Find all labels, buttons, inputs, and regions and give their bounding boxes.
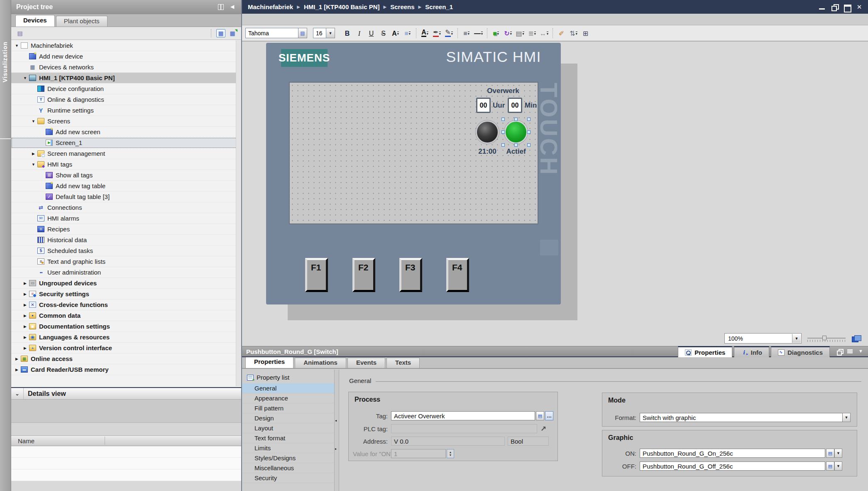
properties-tab-texts[interactable]: Texts [386, 358, 420, 368]
expand-right-icon[interactable]: ▶ [30, 152, 37, 156]
breadcrumb-item-hmi-1-ktp400-basic-pn[interactable]: HMI_1 [KTP400 Basic PN] [304, 3, 380, 10]
list-view-toggle-button[interactable]: ▦ [216, 29, 225, 37]
visualization-tab[interactable]: Visualization [2, 42, 8, 82]
line-style-button[interactable]: ≡▾ [461, 27, 472, 39]
hours-label[interactable]: Uur [493, 101, 505, 110]
background-fill-color-button[interactable]: ✒▾ [431, 27, 443, 39]
pushbutton-round-green-selected[interactable] [504, 120, 528, 144]
italic-button[interactable]: I [354, 27, 365, 39]
details-row[interactable] [11, 446, 241, 458]
inspector-tab-info[interactable]: Info [734, 346, 769, 357]
tree-item-hmi-tags[interactable]: ▼HMI tags [11, 159, 241, 170]
tag-table-icon[interactable]: ▤ [15, 29, 24, 37]
tree-item-cross-device-functions[interactable]: ▶Cross-device functions [11, 300, 241, 310]
expand-down-icon[interactable]: ▼ [14, 44, 20, 48]
font-size-step-button[interactable]: A▾ [390, 27, 401, 39]
selection-handle[interactable] [527, 143, 531, 147]
hours-io-field[interactable]: 00 [476, 98, 491, 113]
fit-to-window-icon[interactable] [851, 334, 862, 343]
object-order-button[interactable]: ⇅▾ [568, 27, 579, 39]
property-list-item-fill-pattern[interactable]: Fill pattern [242, 403, 334, 413]
details-row[interactable] [11, 458, 241, 469]
format-dropdown-value[interactable]: Switch with graphic [640, 413, 843, 422]
expand-right-icon[interactable]: ▶ [22, 314, 28, 318]
tree-item-historical-data[interactable]: Historical data [11, 235, 241, 246]
property-list-item-general[interactable]: General [242, 383, 334, 393]
expand-right-icon[interactable]: ▶ [14, 368, 20, 372]
property-list-item-design[interactable]: Design [242, 413, 334, 423]
panel-menu-icon[interactable] [846, 348, 854, 355]
selection-handle[interactable] [501, 143, 505, 147]
format-dropdown-button[interactable]: ▼ [843, 413, 851, 422]
state-label[interactable]: Actief [504, 147, 528, 156]
properties-tab-events[interactable]: Events [347, 358, 385, 368]
plc-tag-input[interactable] [391, 424, 537, 433]
object-fill-button[interactable]: ■▾ [490, 27, 501, 39]
inspector-tab-properties[interactable]: Properties [678, 346, 732, 357]
tree-item-connections[interactable]: Connections [11, 202, 241, 213]
properties-tab-properties[interactable]: Properties [245, 357, 293, 368]
tree-item-add-new-tag-table[interactable]: Add new tag table [11, 181, 241, 191]
collapse-panel-icon[interactable] [229, 4, 238, 10]
function-key-f2[interactable]: F2 [352, 258, 375, 292]
function-key-f3[interactable]: F3 [399, 258, 422, 292]
tree-item-scheduled-tasks[interactable]: Scheduled tasks [11, 246, 241, 256]
details-view-column-header[interactable]: Name [11, 435, 241, 446]
breadcrumb-item-machinefabriek[interactable]: Machinefabriek [248, 3, 293, 10]
tree-item-screen-management[interactable]: ▶Screen management [11, 148, 241, 159]
tree-item-hmi-alarms[interactable]: HMI alarms [11, 213, 241, 224]
graphic-off-input[interactable]: Pushbutton_Round_G_Off_256c [640, 462, 825, 471]
screen-editor-canvas[interactable]: SIEMENS SIMATIC HMI Overwerk 00 Uur 00 M… [242, 42, 868, 346]
rotate-object-button[interactable]: ↻▾ [502, 27, 513, 39]
tree-item-card-reader-usb-memory[interactable]: ▶Card Reader/USB memory [11, 364, 241, 375]
expand-down-icon[interactable]: ▼ [22, 76, 28, 80]
tree-item-common-data[interactable]: ▶Common data [11, 310, 241, 321]
tab-plant-objects[interactable]: Plant objects [56, 16, 108, 27]
goto-plc-tag-icon[interactable]: ↗ [540, 425, 546, 433]
minutes-io-field[interactable]: 00 [508, 98, 522, 113]
expand-right-icon[interactable]: ▶ [22, 281, 28, 285]
graphic-on-input[interactable]: Pushbutton_Round_G_On_256c [640, 449, 825, 458]
expand-right-icon[interactable]: ▶ [22, 346, 28, 350]
tree-item-ungrouped-devices[interactable]: ▶Ungrouped devices [11, 278, 241, 289]
tree-item-device-configuration[interactable]: Device configuration [11, 83, 241, 94]
property-list-item-text-format[interactable]: Text format [242, 433, 334, 443]
breadcrumb-item-screens[interactable]: Screens [390, 3, 414, 10]
font-color-button[interactable]: A▾ [419, 27, 430, 39]
property-list-item-miscellaneous[interactable]: Miscellaneous [242, 463, 334, 473]
expand-right-icon[interactable]: ▶ [22, 324, 28, 329]
font-size-dropdown-button[interactable]: ▼ [326, 28, 335, 38]
bold-button[interactable]: B [342, 27, 353, 39]
chevron-down-icon[interactable]: ⌄ [11, 388, 24, 399]
hmi-screen[interactable]: Overwerk 00 Uur 00 Min 21:00 Actief [289, 82, 538, 224]
property-list-item-limits[interactable]: Limits [242, 443, 334, 453]
tree-item-add-new-device[interactable]: Add new device [11, 51, 241, 62]
zoom-slider-thumb[interactable] [822, 336, 826, 340]
minimize-button[interactable] [817, 3, 827, 11]
tree-item-user-administration[interactable]: User administration [11, 267, 241, 278]
breadcrumb-item-screen-1[interactable]: Screen_1 [425, 3, 453, 10]
split-view-icon[interactable] [216, 4, 225, 10]
selection-handle[interactable] [527, 130, 531, 134]
property-list-item-layout[interactable]: Layout [242, 423, 334, 433]
underline-button[interactable]: U [366, 27, 377, 39]
tree-item-online-diagnostics[interactable]: Online & diagnostics [11, 94, 241, 105]
details-row[interactable] [11, 469, 241, 481]
inspector-tab-diagnostics[interactable]: Diagnostics [771, 346, 830, 357]
tree-item-text-and-graphic-lists[interactable]: Text and graphic lists [11, 256, 241, 267]
tree-item-runtime-settings[interactable]: Runtime settings [11, 105, 241, 116]
property-nav-scrollbar[interactable]: ◂ ▸ [334, 370, 339, 491]
tree-item-hmi-1-ktp400-basic-pn[interactable]: ▼HMI_1 [KTP400 Basic PN] [11, 73, 241, 83]
graphic-on-list-button[interactable]: ▤ [826, 449, 834, 458]
value-on-spinner[interactable]: ▲▼ [447, 449, 454, 458]
graphic-off-list-button[interactable]: ▤ [826, 462, 834, 471]
address-input[interactable]: V 0.0 [391, 437, 505, 446]
time-label[interactable]: 21:00 [476, 147, 499, 156]
font-name-input[interactable] [245, 28, 298, 38]
zoom-area-button[interactable]: ⊞ [580, 27, 591, 39]
maximize-button[interactable] [841, 3, 852, 11]
expand-down-icon[interactable]: ▼ [30, 162, 37, 167]
strikethrough-button[interactable]: S [378, 27, 389, 39]
align-objects-button[interactable]: ▤▾ [514, 27, 526, 39]
tree-item-version-control-interface[interactable]: ▶Version control interface [11, 343, 241, 354]
